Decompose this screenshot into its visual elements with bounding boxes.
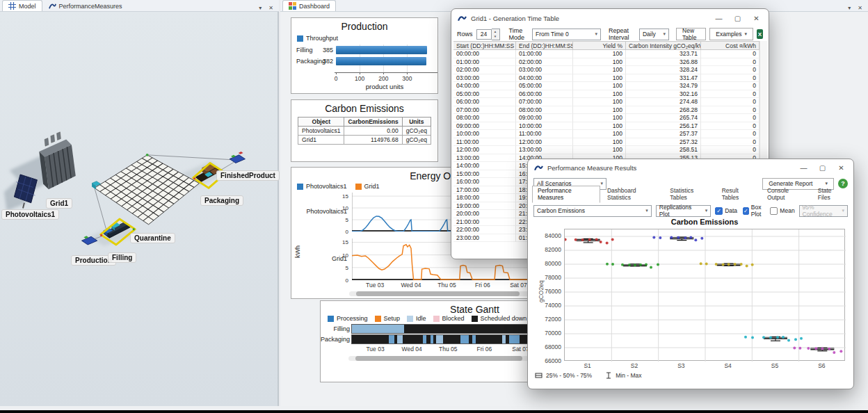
table-cell: 274.48 <box>626 98 701 106</box>
gantt-segment <box>352 325 404 333</box>
table-row[interactable]: 01:00:0002:00:00100326.880 <box>453 58 760 67</box>
tab-list-dropdown-icon[interactable]: ▾ <box>259 5 262 11</box>
gantt-segment <box>436 335 443 343</box>
table-cell: 17:00:00 <box>453 186 516 195</box>
bar-axis-tick-label: 0 <box>328 75 344 82</box>
repeat-interval-select[interactable]: Daily▾ <box>639 29 669 40</box>
legend-item: Scheduled down <box>472 315 527 322</box>
grid1-titlebar[interactable]: Grid1 - Generation Time Table — ▢ ✕ <box>451 9 769 27</box>
table-row[interactable]: 10:00:0011:00:00100257.370 <box>453 130 760 138</box>
legend-swatch <box>472 316 478 322</box>
rows-value[interactable]: 24 <box>476 29 492 40</box>
checkbox-mean[interactable]: Mean <box>770 207 794 215</box>
table-row[interactable]: 12:00:0013:00:00100258.510 <box>453 146 760 154</box>
table-row[interactable]: 09:00:0010:00:00100256.170 <box>453 122 760 131</box>
checkbox-data[interactable]: ✓Data <box>715 207 737 215</box>
table-cell: 23:00:00 <box>453 234 516 243</box>
table-row[interactable]: Photovoltaics10.00gCO₂eq <box>298 127 431 136</box>
legend-swatch <box>355 184 362 190</box>
tab-list-dropdown-icon[interactable]: ▾ <box>848 5 851 11</box>
time-mode-label: Time Mode <box>509 27 529 41</box>
pm-tabs: Performance MeasuresDashboard Statistics… <box>528 191 853 203</box>
results-tab[interactable]: Statistics Tables <box>664 186 714 203</box>
table-row[interactable]: 11:00:0012:00:00100257.320 <box>453 138 760 147</box>
model-3d-canvas[interactable]: Photovoltaics1Grid1ProductionFillingQuar… <box>0 12 279 406</box>
table-cell: 05:00:00 <box>516 82 573 90</box>
throughput-swatch <box>297 35 303 42</box>
examples-button[interactable]: Examples▾ <box>709 28 753 40</box>
table-row[interactable]: 07:00:0008:00:00100268.280 <box>453 106 760 115</box>
table-cell: 08:00:00 <box>453 114 516 122</box>
maximize-icon[interactable]: ▢ <box>728 15 747 22</box>
throughput-bar[interactable] <box>336 57 426 65</box>
rows-stepper[interactable]: 24 ▲▼ <box>476 29 500 40</box>
tab-performance-measures[interactable]: PerformanceMeasures <box>42 0 129 11</box>
table-cell: 100 <box>573 98 626 106</box>
table-cell: 100 <box>573 138 626 147</box>
spin-up-icon[interactable]: ▲ <box>492 29 499 35</box>
measure-select[interactable]: Carbon Emissions▾ <box>533 205 652 217</box>
legend-swatch <box>433 316 440 322</box>
pm-titlebar[interactable]: Performance Measure Results — ▢ ✕ <box>528 159 853 176</box>
results-tab[interactable]: Result Tables <box>716 186 760 203</box>
table-row[interactable]: 04:00:0005:00:00100324.790 <box>453 82 760 90</box>
table-row[interactable]: 03:00:0004:00:00100331.470 <box>453 74 760 83</box>
grid1-window-controls: — ▢ ✕ <box>709 15 766 22</box>
maximize-icon[interactable]: ▢ <box>813 164 832 172</box>
minimize-icon[interactable]: — <box>794 164 813 172</box>
tab-model[interactable]: Model <box>2 0 42 11</box>
model-object-label[interactable]: Grid1 <box>46 198 72 209</box>
table-cell: 331.47 <box>626 74 701 83</box>
close-icon[interactable]: ✕ <box>747 15 766 22</box>
table-cell: 0 <box>701 98 760 106</box>
gantt-segment <box>509 335 520 343</box>
throughput-bar[interactable] <box>336 46 427 54</box>
tab-close-icon[interactable]: ✕ <box>268 5 273 11</box>
results-tab[interactable]: State Files <box>812 186 849 203</box>
bar-axis-tick-label: 200 <box>375 75 392 82</box>
column-header: Units <box>402 118 431 127</box>
axis-tick-label: 70000 <box>533 330 561 337</box>
table-row[interactable]: 00:00:0001:00:00100323.710 <box>453 50 760 58</box>
table-row[interactable]: 05:00:0006:00:00100302.160 <box>453 90 760 99</box>
table-row[interactable]: Grid1114976.68gCO₂eq <box>298 136 431 145</box>
results-tab[interactable]: Dashboard Statistics <box>602 186 663 203</box>
table-cell: 256.17 <box>626 122 701 131</box>
legend-label: Processing <box>337 315 368 322</box>
axis-tick-label: S1 <box>577 362 598 369</box>
axis-tick-label: S4 <box>718 362 739 369</box>
model-object-label[interactable]: Packaging <box>200 195 243 206</box>
finishedproduct-object[interactable] <box>230 152 245 163</box>
excel-export-icon[interactable]: X <box>757 29 763 39</box>
plot-type-select[interactable]: Replications Plot▾ <box>656 205 711 217</box>
tab-dashboard[interactable]: Dashboard <box>282 0 336 11</box>
bar-axis-tick-label: 100 <box>351 75 368 82</box>
model-object-label[interactable]: Filling <box>108 252 136 263</box>
close-icon[interactable]: ✕ <box>832 164 851 172</box>
axis-tick-label: S2 <box>624 362 645 369</box>
tab-close-icon[interactable]: ✕ <box>858 5 862 11</box>
table-row[interactable]: 02:00:0003:00:00100328.240 <box>453 66 760 74</box>
chevron-down-icon: ▾ <box>745 31 748 37</box>
checkbox-box-plot[interactable]: ✓Box Plot <box>743 204 764 218</box>
table-row[interactable]: 06:00:0007:00:00100274.480 <box>453 98 760 106</box>
table-cell: 09:00:00 <box>453 122 516 131</box>
minimize-icon[interactable]: — <box>709 15 728 22</box>
time-mode-select[interactable]: From Time 0▾ <box>532 29 601 40</box>
confidence-select[interactable]: 95% Confidence▾ <box>799 205 848 217</box>
results-tab[interactable]: Console Output <box>762 186 811 203</box>
quarantine-grid-object[interactable] <box>95 155 199 225</box>
spin-down-icon[interactable]: ▼ <box>492 34 499 40</box>
bar-axis <box>335 72 437 73</box>
axis-tick-label: 15 <box>337 193 348 200</box>
column-header: Carbon Intensity gCO₂eq/kWh <box>626 41 701 50</box>
table-cell: 0 <box>701 74 760 83</box>
model-object-label[interactable]: Photovoltaics1 <box>1 209 59 220</box>
table-cell: 258.51 <box>626 146 701 154</box>
table-row[interactable]: 08:00:0009:00:00100265.740 <box>453 114 760 122</box>
grid-transformer-object[interactable] <box>39 132 75 190</box>
model-object-label[interactable]: FinishedProduct <box>216 170 280 181</box>
model-object-label[interactable]: Quarantine <box>130 233 175 243</box>
results-tab[interactable]: Performance Measures <box>532 186 600 203</box>
new-table-button[interactable]: New Table <box>676 28 706 40</box>
